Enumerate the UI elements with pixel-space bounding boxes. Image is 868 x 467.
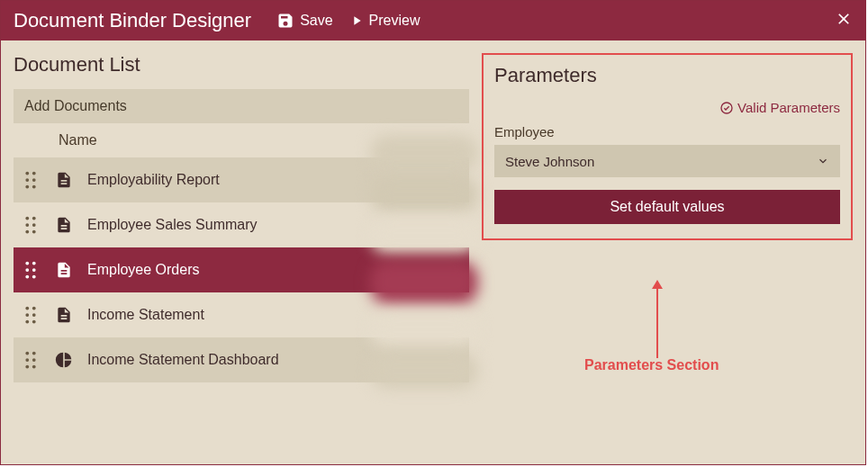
add-documents-label: Add Documents — [24, 98, 127, 114]
document-icon — [55, 260, 73, 280]
drag-handle-icon[interactable] — [24, 171, 37, 189]
svg-point-0 — [25, 171, 29, 175]
svg-point-22 — [25, 319, 29, 323]
document-icon — [55, 170, 73, 190]
list-item-label: Income Statement Dashboard — [87, 352, 279, 368]
app-title: Document Binder Designer — [14, 9, 251, 32]
svg-point-7 — [32, 216, 36, 220]
set-default-values-label: Set default values — [610, 199, 724, 215]
svg-point-17 — [32, 274, 36, 278]
list-item-label: Income Statement — [87, 307, 204, 323]
employee-select[interactable]: Steve Johnson — [494, 145, 840, 177]
svg-point-23 — [32, 319, 36, 323]
main-body: Document List Add Documents Name Employa… — [1, 40, 865, 464]
svg-point-24 — [25, 351, 29, 355]
svg-point-4 — [25, 184, 29, 188]
svg-point-8 — [25, 223, 29, 227]
list-item[interactable]: Employee Sales Summary — [14, 202, 469, 247]
svg-point-6 — [25, 216, 29, 220]
svg-point-28 — [25, 364, 29, 368]
preview-button[interactable]: Preview — [349, 13, 420, 29]
svg-point-16 — [25, 274, 29, 278]
svg-point-25 — [32, 351, 36, 355]
svg-point-13 — [32, 261, 36, 265]
svg-point-12 — [25, 261, 29, 265]
svg-point-5 — [32, 184, 36, 188]
document-list-panel: Document List Add Documents Name Employa… — [1, 40, 478, 464]
add-documents-button[interactable]: Add Documents — [14, 89, 469, 123]
svg-point-21 — [32, 313, 36, 317]
employee-field-label: Employee — [494, 124, 840, 139]
document-icon — [55, 305, 73, 325]
list-item[interactable]: Income Statement Dashboard — [14, 337, 469, 382]
svg-point-14 — [25, 268, 29, 272]
list-item-label: Employee Orders — [87, 262, 200, 278]
save-label: Save — [300, 13, 332, 29]
svg-point-11 — [32, 229, 36, 233]
svg-point-29 — [32, 364, 36, 368]
preview-label: Preview — [369, 13, 420, 29]
document-list-heading: Document List — [14, 53, 469, 76]
svg-point-2 — [25, 178, 29, 182]
column-header-name: Name — [14, 123, 469, 157]
close-button[interactable] — [835, 10, 853, 31]
svg-point-27 — [32, 358, 36, 362]
svg-point-26 — [25, 358, 29, 362]
svg-point-19 — [32, 306, 36, 310]
svg-point-1 — [32, 171, 36, 175]
svg-point-30 — [721, 103, 732, 113]
parameters-panel: Parameters Valid Parameters Employee Ste… — [478, 40, 865, 464]
parameters-heading: Parameters — [494, 64, 840, 87]
title-bar: Document Binder Designer Save Preview — [1, 1, 865, 40]
svg-point-15 — [32, 268, 36, 272]
save-icon — [276, 12, 294, 30]
app-window: Document Binder Designer Save Preview Do… — [0, 0, 866, 465]
drag-handle-icon[interactable] — [24, 306, 37, 324]
close-icon — [835, 10, 853, 28]
check-circle-icon — [719, 101, 734, 115]
document-icon — [55, 215, 73, 235]
drag-handle-icon[interactable] — [24, 216, 37, 234]
play-icon — [349, 13, 364, 29]
list-item-label: Employee Sales Summary — [87, 217, 258, 233]
drag-handle-icon[interactable] — [24, 261, 37, 279]
annotation-label: Parameters Section — [584, 357, 719, 373]
svg-point-20 — [25, 313, 29, 317]
annotation-arrow — [656, 288, 658, 358]
drag-handle-icon[interactable] — [24, 351, 37, 369]
svg-point-10 — [25, 229, 29, 233]
svg-point-9 — [32, 223, 36, 227]
employee-select-value: Steve Johnson — [505, 154, 594, 169]
svg-point-18 — [25, 306, 29, 310]
list-item-label: Employability Report — [87, 172, 220, 188]
set-default-values-button[interactable]: Set default values — [494, 190, 840, 224]
svg-point-3 — [32, 178, 36, 182]
parameters-section: Parameters Valid Parameters Employee Ste… — [482, 53, 853, 240]
pie-chart-icon — [55, 350, 73, 370]
list-item[interactable]: Employability Report — [14, 157, 469, 202]
save-button[interactable]: Save — [276, 12, 332, 30]
chevron-down-icon — [817, 155, 829, 167]
valid-parameters-label: Valid Parameters — [737, 100, 840, 115]
list-item[interactable]: Income Statement — [14, 292, 469, 337]
list-item-selected[interactable]: Employee Orders — [14, 247, 469, 292]
valid-parameters-status: Valid Parameters — [494, 100, 840, 115]
